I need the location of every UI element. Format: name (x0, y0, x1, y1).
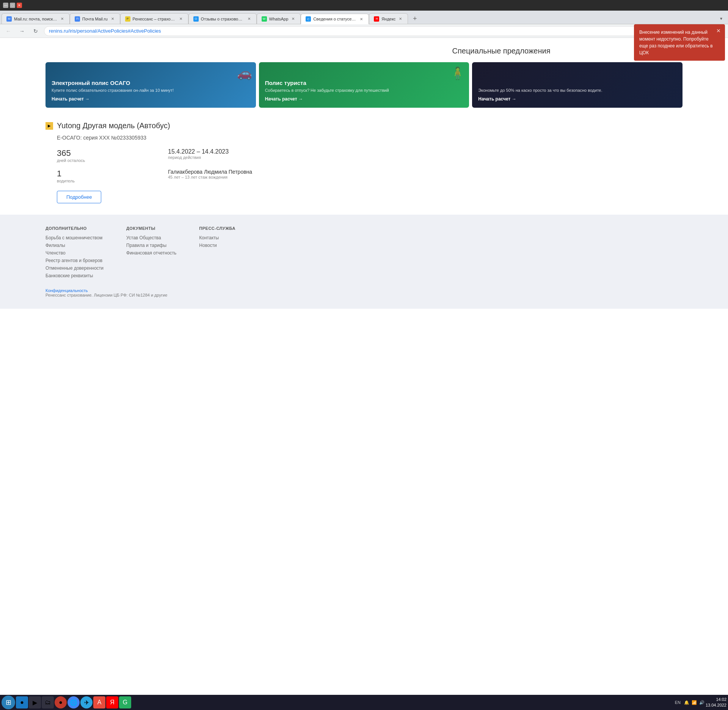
footer-col-additional: ДОПОЛНИТЕЛЬНО Борьба с мошенничеством Фи… (46, 226, 104, 281)
offer-kasko-text: Экономьте до 50% на каско просто за что … (478, 88, 676, 93)
tab-label-sved: Сведения о статусе бланков п... (313, 17, 356, 21)
taskbar-app-chrome[interactable]: 🌐 (67, 696, 80, 708)
tab-bar: M Mail.ru: почта, поиск в интернет ✕ П П… (0, 11, 728, 24)
tab-mail-ru[interactable]: M Mail.ru: почта, поиск в интернет ✕ (2, 13, 70, 24)
policy-period: 15.4.2022 – 14.4.2023 период действия (168, 148, 273, 163)
tab-favicon-renins: Р (125, 16, 130, 22)
policy-days-label: дней осталось (57, 158, 162, 163)
offer-card-osago: Электронный полис ОСАГО Купите полис обя… (46, 62, 256, 108)
offer-osago-text: Купите полис обязательного страхования о… (52, 88, 250, 93)
footer-link-agents[interactable]: Реестр агентов и брокеров (46, 258, 104, 263)
footer-link-membership[interactable]: Членство (46, 250, 104, 256)
footer-link-charter[interactable]: Устав Общества (126, 235, 176, 240)
taskbar-time: 14:02 13.04.2022 (706, 697, 726, 708)
offer-tourist-title: Полис туриста (265, 80, 463, 86)
tab-favicon-mail: M (6, 16, 12, 22)
tab-close-sved[interactable]: ✕ (359, 16, 364, 22)
offer-kasko-link[interactable]: Начать расчет → (478, 96, 676, 102)
tray-icon-2: 📶 (691, 699, 697, 705)
title-buttons: — □ ✕ (3, 3, 22, 8)
tab-yandex[interactable]: Я Яндекс ✕ (369, 13, 408, 24)
footer-privacy-link[interactable]: Конфиденциальность (46, 288, 88, 293)
taskbar-lang: EN (675, 700, 681, 705)
footer-link-news[interactable]: Новости (199, 243, 235, 248)
tab-pochta[interactable]: П Почта Mail.ru ✕ (70, 13, 120, 24)
close-button[interactable]: ✕ (17, 3, 22, 8)
footer-col-additional-title: ДОПОЛНИТЕЛЬНО (46, 226, 104, 231)
tab-otzyvy[interactable]: О Отзывы о страховой компании... ✕ (188, 13, 257, 24)
vehicle-icon: ▶ (46, 122, 53, 130)
taskbar-app-circle2[interactable]: ● (55, 696, 67, 708)
policy-drivers-value: 1 (57, 169, 162, 179)
footer: ДОПОЛНИТЕЛЬНО Борьба с мошенничеством Фи… (0, 215, 728, 309)
footer-link-fraud[interactable]: Борьба с мошенничеством (46, 235, 104, 240)
offer-card-tourist: Полис туриста Собираетесь в отпуск? Не з… (259, 62, 469, 108)
policy-days-value: 365 (57, 148, 162, 158)
taskbar-app-play[interactable]: ▶ (29, 696, 41, 708)
taskbar: ⊞ ● ▶ 🗂 ● 🌐 ✈ А Я G EN 🔔 📶 🔊 14:02 13.04… (0, 695, 728, 710)
tab-close-whatsapp[interactable]: ✕ (290, 16, 296, 22)
offer-osago-link[interactable]: Начать расчет → (52, 96, 250, 102)
special-offers-section: Специальные предложения ← → Электронный … (0, 38, 728, 115)
policy-period-value: 15.4.2022 – 14.4.2023 (168, 148, 273, 155)
policy-section: ▶ Yutong Другая модель (Автобус) Е-ОСАГО… (0, 115, 728, 215)
title-bar: — □ ✕ (0, 0, 728, 11)
toast-close-button[interactable]: ✕ (715, 27, 722, 34)
footer-link-contacts[interactable]: Контакты (199, 235, 235, 240)
taskbar-app-g[interactable]: G (119, 696, 131, 708)
taskbar-clock: 14:02 (706, 697, 726, 702)
offer-tourist-link[interactable]: Начать расчет → (265, 96, 463, 102)
tab-label-whatsapp: WhatsApp (269, 17, 289, 21)
footer-link-rules[interactable]: Правила и тарифы (126, 243, 176, 248)
footer-link-financial[interactable]: Финансовая отчетность (126, 250, 176, 256)
vehicle-name: Yutong Другая модель (Автобус) (57, 121, 170, 130)
policy-days: 365 дней осталось (57, 148, 162, 163)
taskbar-start-button[interactable]: ⊞ (2, 696, 15, 709)
back-button[interactable]: ← (3, 26, 14, 36)
footer-col-docs: ДОКУМЕНТЫ Устав Общества Правила и тариф… (126, 226, 176, 281)
taskbar-app-folder[interactable]: 🗂 (42, 696, 54, 708)
footer-columns: ДОПОЛНИТЕЛЬНО Борьба с мошенничеством Фи… (46, 226, 682, 281)
tab-close-otzyvy[interactable]: ✕ (246, 16, 252, 22)
tab-whatsapp[interactable]: W WhatsApp ✕ (257, 13, 301, 24)
taskbar-app-a[interactable]: А (93, 696, 105, 708)
tab-close-mail[interactable]: ✕ (60, 16, 65, 22)
tab-label-renins: Ренессанс – страхование (133, 17, 176, 21)
offer-card-kasko: Экономьте до 50% на каско просто за что … (472, 62, 682, 108)
footer-link-branches[interactable]: Филиалы (46, 243, 104, 248)
footer-link-bank[interactable]: Банковские реквизиты (46, 273, 104, 278)
maximize-button[interactable]: □ (10, 3, 15, 8)
tab-dropdown-button[interactable]: ▾ (716, 13, 726, 24)
tab-close-yandex[interactable]: ✕ (398, 16, 403, 22)
footer-col-press: ПРЕСС-СЛУЖБА Контакты Новости (199, 226, 235, 281)
section-title: Специальные предложения (352, 47, 651, 55)
footer-col-press-title: ПРЕСС-СЛУЖБА (199, 226, 235, 231)
forward-button[interactable]: → (17, 26, 27, 36)
tab-sved[interactable]: С Сведения о статусе бланков п... ✕ (301, 14, 369, 24)
policy-driver-age: 45 лет – 13 лет стаж вождения (168, 175, 273, 179)
footer-link-revoked[interactable]: Отмененные доверенности (46, 265, 104, 271)
tab-label-mail: Mail.ru: почта, поиск в интернет (14, 17, 57, 21)
policy-details: 365 дней осталось 15.4.2022 – 14.4.2023 … (46, 148, 273, 183)
taskbar-tray: EN 🔔 📶 🔊 (675, 699, 705, 705)
section-header: Специальные предложения ← → (46, 46, 682, 56)
policy-number: Е-ОСАГО: серия ХХХ №0233305933 (46, 135, 682, 141)
details-button[interactable]: Подробнее (57, 191, 101, 203)
tab-favicon-otzyvy: О (193, 16, 199, 22)
minimize-button[interactable]: — (3, 3, 8, 8)
tab-close-renins[interactable]: ✕ (178, 16, 184, 22)
address-input[interactable] (44, 26, 689, 36)
reload-button[interactable]: ↻ (30, 26, 41, 36)
offer-tourist-text: Собираетесь в отпуск? Не забудьте страхо… (265, 88, 463, 93)
tab-close-pochta[interactable]: ✕ (110, 16, 115, 22)
new-tab-button[interactable]: + (410, 13, 420, 24)
taskbar-app-circle[interactable]: ● (16, 696, 28, 708)
tab-renins[interactable]: Р Ренессанс – страхование ✕ (120, 13, 188, 24)
tab-label-yandex: Яндекс (381, 17, 395, 21)
tab-favicon-sved: С (306, 16, 311, 22)
toast-text: Внесение изменений на данный момент недо… (639, 30, 713, 55)
footer-bottom: Конфиденциальность Ренессанс страхование… (46, 288, 682, 297)
taskbar-app-telegram[interactable]: ✈ (80, 696, 93, 708)
policy-drivers: 1 водитель (57, 169, 162, 183)
taskbar-app-yandex[interactable]: Я (106, 696, 118, 708)
